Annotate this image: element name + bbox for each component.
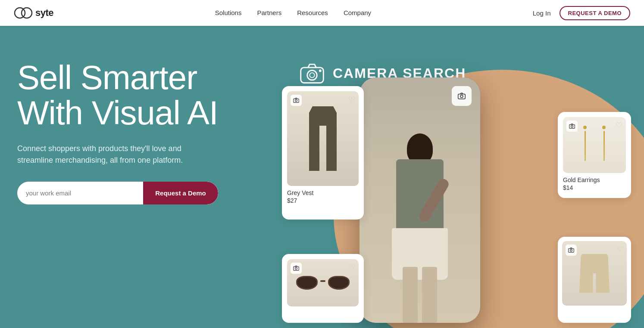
svg-point-1 bbox=[22, 8, 32, 18]
phone-screen bbox=[360, 77, 480, 323]
sunglasses-illustration bbox=[296, 276, 350, 290]
nose-bridge bbox=[320, 280, 325, 282]
hero-right: CAMERA SEARCH bbox=[273, 26, 644, 327]
nav-solutions[interactable]: Solutions bbox=[215, 9, 242, 16]
hero-left: Sell Smarter With Visual AI Connect shop… bbox=[0, 26, 218, 204]
svg-point-7 bbox=[460, 95, 463, 98]
nav-partners[interactable]: Partners bbox=[257, 9, 281, 16]
hero-headline-line1: Sell Smarter bbox=[17, 59, 197, 96]
camera-search-icon bbox=[299, 60, 325, 86]
vest-price: $27 bbox=[287, 197, 359, 204]
nav-company[interactable]: Company bbox=[344, 9, 371, 16]
earring-illustration bbox=[578, 126, 610, 164]
shorts-heart-icon[interactable]: ♡ bbox=[616, 244, 623, 254]
earrings-heart-icon[interactable]: ♡ bbox=[616, 121, 622, 130]
earrings-card-image: ♡ bbox=[563, 117, 626, 173]
shorts-cam-svg bbox=[568, 247, 574, 253]
vest-heart-icon[interactable]: ♡ bbox=[348, 95, 355, 104]
svg-point-13 bbox=[295, 267, 297, 269]
navigation: syte Solutions Partners Resources Compan… bbox=[0, 0, 644, 26]
svg-point-9 bbox=[295, 99, 297, 102]
right-lens bbox=[328, 276, 350, 290]
logo-icon bbox=[14, 7, 33, 19]
sunglasses-cam-svg bbox=[293, 265, 299, 271]
sunglasses-heart-icon[interactable]: ♡ bbox=[348, 263, 355, 272]
hero-subheadline: Connect shoppers with products they'll l… bbox=[17, 143, 216, 166]
hero-form: Request a Demo bbox=[17, 182, 218, 204]
hero-section: Sell Smarter With Visual AI Connect shop… bbox=[0, 0, 644, 328]
vest-name: Grey Vest bbox=[287, 189, 359, 196]
earrings-cam-icon bbox=[566, 121, 578, 132]
email-input[interactable] bbox=[17, 182, 143, 204]
svg-point-3 bbox=[307, 70, 317, 80]
sunglasses-cam-icon bbox=[291, 263, 302, 274]
shorts-card: ♡ bbox=[558, 237, 631, 323]
nav-actions: Log In REQUEST A DEMO bbox=[533, 6, 630, 20]
phone-model-figure bbox=[372, 133, 467, 323]
shorts-illustration bbox=[579, 254, 610, 293]
phone-cam-svg bbox=[458, 92, 466, 100]
earrings-cam-svg bbox=[569, 123, 575, 129]
vest-card-image: ♡ bbox=[287, 91, 359, 186]
vest-cam-icon bbox=[291, 95, 302, 106]
earrings-price: $14 bbox=[563, 184, 626, 191]
svg-point-5 bbox=[319, 70, 322, 72]
earrings-name: Gold Earrings bbox=[563, 176, 626, 183]
shorts-cam-icon bbox=[566, 244, 577, 256]
phone-camera-overlay-icon bbox=[452, 86, 472, 106]
nav-request-demo-button[interactable]: REQUEST A DEMO bbox=[560, 6, 631, 20]
login-link[interactable]: Log In bbox=[533, 9, 551, 17]
logo-text: syte bbox=[35, 7, 53, 19]
earrings-card: ♡ Gold Earrings $14 bbox=[558, 112, 631, 198]
sunglasses-card: ♡ bbox=[282, 254, 364, 323]
nav-links: Solutions Partners Resources Company bbox=[215, 9, 371, 17]
vest-card: ♡ Grey Vest $27 bbox=[282, 86, 364, 220]
svg-point-15 bbox=[570, 249, 572, 251]
sunglasses-card-image: ♡ bbox=[287, 259, 359, 306]
svg-point-11 bbox=[571, 125, 573, 127]
left-lens bbox=[296, 276, 318, 290]
shorts-card-image: ♡ bbox=[562, 241, 627, 306]
hero-headline: Sell Smarter With Visual AI bbox=[17, 60, 218, 131]
request-demo-button[interactable]: Request a Demo bbox=[143, 182, 218, 204]
svg-point-4 bbox=[309, 73, 314, 77]
nav-resources[interactable]: Resources bbox=[297, 9, 328, 16]
logo[interactable]: syte bbox=[14, 7, 53, 19]
phone-frame bbox=[360, 77, 480, 323]
hero-headline-line2: With Visual AI bbox=[17, 94, 218, 132]
vest-illustration bbox=[306, 106, 340, 171]
vest-cam-svg bbox=[293, 97, 299, 103]
